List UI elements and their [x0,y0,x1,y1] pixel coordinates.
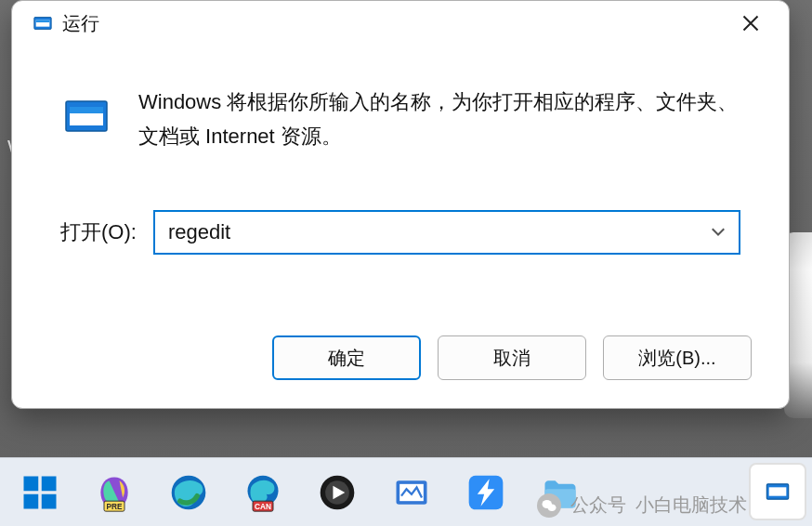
cancel-button[interactable]: 取消 [438,335,586,380]
run-title-icon [33,13,53,33]
svg-text:CAN: CAN [255,503,271,511]
chevron-down-icon[interactable] [711,222,726,242]
close-button[interactable] [725,5,776,42]
titlebar: 运行 [12,1,789,46]
svg-rect-2 [36,20,50,22]
svg-rect-24 [769,487,787,495]
active-task-icon[interactable] [751,465,805,519]
run-dialog: 运行 Windows 将根据你所输入的名称，为你打开相应的程序、文件夹、文档或 … [11,0,790,409]
copilot-pre-icon[interactable]: PRE [89,467,139,518]
svg-rect-9 [42,493,57,508]
start-button[interactable] [15,467,65,518]
close-icon [741,14,760,33]
run-small-icon [765,479,791,505]
edge-can-icon[interactable]: CAN [238,467,288,518]
open-label: 打开(O): [60,218,137,246]
browse-button[interactable]: 浏览(B)... [603,335,752,380]
media-player-icon[interactable] [312,467,362,518]
run-large-icon [60,90,112,142]
open-input[interactable] [168,220,711,244]
svg-rect-5 [70,107,103,113]
monitor-tool-icon[interactable] [386,467,437,518]
svg-rect-22 [545,489,576,507]
button-row: 确定 取消 浏览(B)... [272,335,752,380]
ok-button[interactable]: 确定 [272,335,421,380]
dialog-description: Windows 将根据你所输入的名称，为你打开相应的程序、文件夹、文档或 Int… [138,85,740,154]
svg-rect-8 [24,493,39,508]
taskbar: PRE CAN [0,457,812,526]
svg-rect-7 [42,476,57,491]
windows-icon [20,473,59,512]
open-combobox[interactable] [153,210,740,255]
edge-icon[interactable] [164,467,214,518]
dialog-body: Windows 将根据你所输入的名称，为你打开相应的程序、文件夹、文档或 Int… [12,46,789,255]
svg-text:PRE: PRE [107,503,123,511]
dialog-title: 运行 [62,11,99,36]
xunlei-icon[interactable] [461,467,511,518]
svg-rect-6 [24,476,39,491]
folder-icon[interactable] [535,467,585,518]
